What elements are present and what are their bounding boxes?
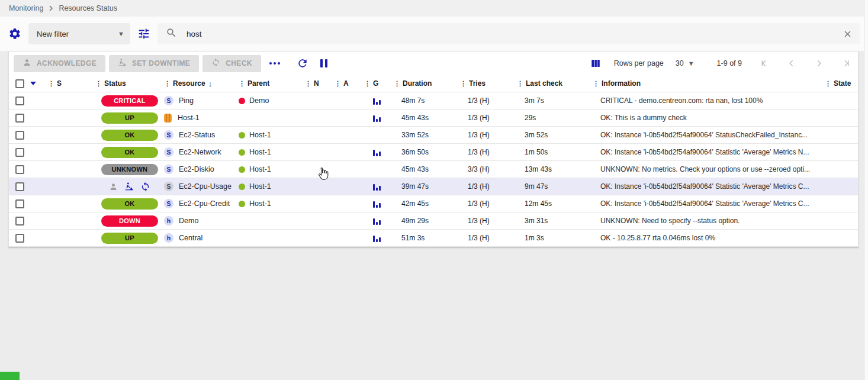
table-row[interactable]: SEc2-Cpu-UsageHost-139m 47s1/3 (H)9m 47s… bbox=[9, 178, 858, 195]
parent-name[interactable]: Host-1 bbox=[249, 199, 271, 208]
settings-gear-icon[interactable] bbox=[8, 27, 21, 40]
acknowledged-person-icon[interactable] bbox=[109, 182, 118, 191]
view-columns-icon[interactable] bbox=[590, 58, 601, 69]
resource-cell[interactable]: SEc2-Cpu-Credit bbox=[164, 195, 239, 212]
breadcrumb-item-monitoring[interactable]: Monitoring bbox=[9, 4, 43, 12]
resource-cell[interactable]: hDemo bbox=[164, 212, 239, 229]
graph-icon[interactable] bbox=[373, 183, 381, 191]
status-chip[interactable]: DOWN bbox=[101, 215, 158, 227]
graph-icon[interactable] bbox=[373, 114, 381, 122]
drag-handle-icon[interactable]: ⋮ bbox=[364, 80, 371, 87]
column-header-state[interactable]: ⋮State bbox=[825, 79, 858, 88]
previous-page-button[interactable] bbox=[787, 59, 796, 68]
sync-in-progress-icon[interactable] bbox=[140, 182, 150, 192]
resource-cell[interactable]: SPing bbox=[164, 92, 239, 109]
parent-name[interactable]: Host-1 bbox=[249, 131, 271, 139]
parent-name[interactable]: Host-1 bbox=[249, 165, 271, 173]
resource-name[interactable]: Ec2-Diskio bbox=[179, 165, 214, 173]
column-header-notes[interactable]: ⋮N bbox=[305, 79, 335, 88]
refresh-icon[interactable] bbox=[297, 57, 308, 69]
drag-handle-icon[interactable]: ⋮ bbox=[239, 80, 245, 87]
status-chip[interactable]: UP bbox=[101, 233, 158, 244]
graph-icon[interactable] bbox=[373, 200, 381, 208]
status-chip[interactable]: UP bbox=[101, 112, 158, 124]
resource-cell[interactable]: SEc2-Diskio bbox=[164, 161, 239, 178]
resource-name[interactable]: Ec2-Cpu-Credit bbox=[179, 199, 230, 208]
status-chip[interactable]: UNKNOWN bbox=[101, 164, 158, 175]
table-row[interactable]: UPHost-145m 43s1/3 (H)29sOK: This is a d… bbox=[9, 110, 858, 127]
search-input[interactable] bbox=[187, 30, 833, 38]
drag-handle-icon[interactable]: ⋮ bbox=[48, 80, 54, 87]
table-row[interactable]: DOWNhDemo49m 29s1/3 (H)3m 31sUNKNOWN: Ne… bbox=[9, 212, 858, 230]
parent-name[interactable]: Host-1 bbox=[249, 182, 271, 191]
resource-name[interactable]: Ping bbox=[179, 96, 194, 105]
selection-menu-button[interactable] bbox=[30, 82, 48, 85]
parent-name[interactable]: Host-1 bbox=[249, 148, 271, 156]
status-chip[interactable]: OK bbox=[101, 198, 158, 210]
next-page-button[interactable] bbox=[814, 59, 824, 68]
resource-cell[interactable]: Host-1 bbox=[164, 110, 239, 126]
drag-handle-icon[interactable]: ⋮ bbox=[593, 80, 599, 87]
row-checkbox[interactable] bbox=[15, 182, 24, 191]
graph-icon[interactable] bbox=[373, 234, 381, 242]
search-field[interactable] bbox=[157, 23, 860, 44]
column-header-action[interactable]: ⋮A bbox=[335, 79, 364, 88]
drag-handle-icon[interactable]: ⋮ bbox=[305, 80, 311, 87]
status-chip[interactable]: OK bbox=[101, 147, 158, 158]
downtime-worker-icon[interactable] bbox=[124, 182, 134, 191]
drag-handle-icon[interactable]: ⋮ bbox=[95, 80, 102, 87]
table-row[interactable]: UPhCentral51m 3s1/3 (H)1m 3sOK - 10.25.8… bbox=[9, 230, 858, 247]
graph-icon[interactable] bbox=[373, 149, 381, 156]
drag-handle-icon[interactable]: ⋮ bbox=[335, 80, 341, 87]
last-page-button[interactable] bbox=[841, 59, 851, 68]
table-row[interactable]: OKSEc2-Cpu-CreditHost-142m 45s1/3 (H)12m… bbox=[9, 195, 858, 212]
resource-name[interactable]: Ec2-Cpu-Usage bbox=[179, 182, 232, 191]
column-header-duration[interactable]: ⋮Duration bbox=[394, 79, 460, 88]
select-all-checkbox[interactable] bbox=[9, 79, 30, 88]
row-checkbox[interactable] bbox=[15, 131, 24, 140]
drag-handle-icon[interactable]: ⋮ bbox=[825, 80, 831, 87]
resource-name[interactable]: Central bbox=[179, 234, 202, 242]
column-header-graph[interactable]: ⋮G bbox=[364, 79, 394, 88]
acknowledge-button[interactable]: ACKNOWLEDGE bbox=[14, 55, 105, 72]
row-checkbox[interactable] bbox=[15, 165, 24, 174]
status-chip[interactable]: CRITICAL bbox=[101, 95, 158, 107]
resource-name[interactable]: Ec2-Network bbox=[179, 148, 221, 156]
more-actions-button[interactable] bbox=[269, 62, 280, 65]
resource-cell[interactable]: SEc2-Cpu-Usage bbox=[164, 178, 239, 195]
row-checkbox[interactable] bbox=[15, 199, 24, 208]
scrollbar[interactable] bbox=[864, 0, 868, 380]
drag-handle-icon[interactable]: ⋮ bbox=[164, 80, 171, 87]
clear-search-icon[interactable] bbox=[843, 29, 853, 39]
drag-handle-icon[interactable]: ⋮ bbox=[460, 80, 467, 87]
table-row[interactable]: OKSEc2-NetworkHost-136m 50s1/3 (H)1m 50s… bbox=[9, 144, 858, 161]
status-chip[interactable]: OK bbox=[101, 130, 158, 141]
resource-name[interactable]: Host-1 bbox=[178, 114, 200, 122]
column-header-severity[interactable]: ⋮S bbox=[48, 79, 95, 88]
rows-per-page-select[interactable]: 30 ▼ bbox=[676, 59, 695, 67]
check-button[interactable]: CHECK bbox=[202, 55, 261, 72]
pause-icon[interactable] bbox=[319, 58, 329, 69]
resource-cell[interactable]: SEc2-Status bbox=[164, 127, 239, 143]
drag-handle-icon[interactable]: ⋮ bbox=[517, 80, 523, 87]
table-row[interactable]: CRITICALSPingDemo48m 7s1/3 (H)3m 7sCRITI… bbox=[9, 92, 858, 110]
resource-cell[interactable]: hCentral bbox=[164, 230, 239, 246]
breadcrumb-item-resources-status[interactable]: Resources Status bbox=[59, 4, 117, 12]
filter-select[interactable]: New filter ▼ bbox=[28, 23, 130, 44]
drag-handle-icon[interactable]: ⋮ bbox=[394, 80, 400, 87]
row-checkbox[interactable] bbox=[15, 148, 24, 157]
resource-name[interactable]: Demo bbox=[179, 217, 198, 225]
row-checkbox[interactable] bbox=[15, 217, 24, 226]
row-checkbox[interactable] bbox=[15, 234, 24, 243]
parent-name[interactable]: Demo bbox=[249, 96, 269, 105]
column-header-status[interactable]: ⋮Status bbox=[95, 79, 164, 88]
table-row[interactable]: OKSEc2-StatusHost-133m 52s1/3 (H)3m 52sO… bbox=[9, 127, 858, 144]
row-checkbox[interactable] bbox=[15, 114, 24, 123]
resource-name[interactable]: Ec2-Status bbox=[179, 131, 215, 139]
column-header-tries[interactable]: ⋮Tries bbox=[460, 79, 517, 88]
graph-icon[interactable] bbox=[373, 217, 381, 225]
resource-cell[interactable]: SEc2-Network bbox=[164, 144, 239, 160]
column-header-last-check[interactable]: ⋮Last check bbox=[517, 79, 593, 88]
table-row[interactable]: UNKNOWNSEc2-DiskioHost-145m 43s3/3 (H)13… bbox=[9, 161, 858, 178]
set-downtime-button[interactable]: SET DOWNTIME bbox=[109, 55, 199, 72]
